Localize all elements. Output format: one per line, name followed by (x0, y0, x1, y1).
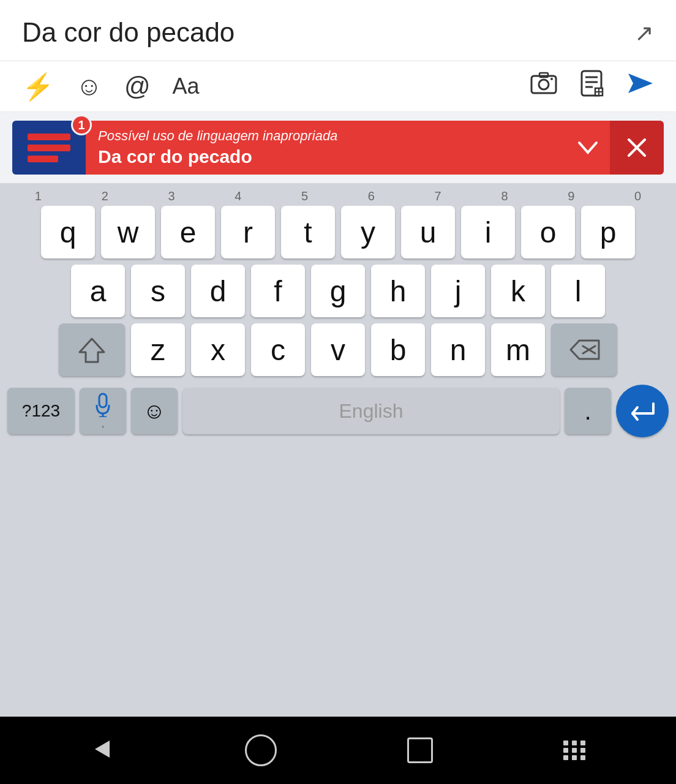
banner-subtitle: Possível uso de linguagem inapropriada (98, 128, 554, 144)
key-row-3: z x c v b n m (0, 323, 676, 376)
banner-line-1 (28, 134, 70, 140)
nav-bar (0, 717, 676, 784)
key-q[interactable]: q (41, 206, 95, 258)
home-button[interactable] (245, 734, 277, 766)
svg-marker-13 (80, 339, 104, 362)
banner-lines-icon (28, 134, 70, 162)
num-4[interactable]: 4 (209, 189, 268, 203)
bottom-row: ?123 , ☺ English . (0, 382, 676, 446)
num-9[interactable]: 9 (542, 189, 601, 203)
key-l[interactable]: l (551, 265, 605, 317)
key-n[interactable]: n (431, 323, 485, 376)
num-0[interactable]: 0 (609, 189, 667, 203)
key-x[interactable]: x (191, 323, 245, 376)
key-b[interactable]: b (371, 323, 425, 376)
key-h[interactable]: h (371, 265, 425, 317)
toolbar-right (530, 70, 654, 103)
key-m[interactable]: m (491, 323, 545, 376)
space-label: English (339, 400, 404, 423)
key-r[interactable]: r (221, 206, 275, 258)
num-7[interactable]: 7 (408, 189, 467, 203)
banner-title: Da cor do pecado (98, 146, 554, 167)
send-button[interactable] (626, 71, 654, 102)
key-k[interactable]: k (491, 265, 545, 317)
key-row-1: q w e r t y u i o p (0, 206, 676, 258)
banner-expand-icon[interactable] (566, 121, 610, 175)
key-o[interactable]: o (521, 206, 575, 258)
camera-icon[interactable] (530, 71, 557, 102)
banner-line-3 (28, 156, 58, 162)
expand-icon[interactable]: ↗ (634, 20, 654, 47)
banner-close-button[interactable] (610, 121, 664, 175)
num-5[interactable]: 5 (276, 189, 334, 203)
key-g[interactable]: g (311, 265, 365, 317)
banner-icon: 1 (12, 121, 86, 175)
key-p[interactable]: p (581, 206, 635, 258)
font-size-button[interactable]: Aa (173, 74, 200, 99)
recents-button[interactable] (407, 737, 433, 763)
svg-marker-19 (95, 741, 110, 758)
back-button[interactable] (90, 737, 115, 764)
key-y[interactable]: y (341, 206, 395, 258)
key-s[interactable]: s (131, 265, 185, 317)
toolbar-left: ⚡ ☺ @ Aa (22, 72, 530, 102)
backspace-key[interactable] (551, 323, 617, 376)
key-c[interactable]: c (251, 323, 305, 376)
bolt-icon[interactable]: ⚡ (22, 72, 54, 102)
input-area: Da cor do pecado ↗ (0, 0, 676, 61)
notification-badge: 1 (71, 115, 92, 135)
key-d[interactable]: d (191, 265, 245, 317)
input-text[interactable]: Da cor do pecado (22, 17, 622, 48)
key-z[interactable]: z (131, 323, 185, 376)
svg-point-3 (550, 78, 553, 80)
microphone-key[interactable]: , (80, 388, 126, 434)
warning-banner: 1 Possível uso de linguagem inapropriada… (0, 112, 676, 183)
shift-key[interactable] (59, 323, 125, 376)
num-6[interactable]: 6 (342, 189, 400, 203)
at-icon[interactable]: @ (124, 72, 151, 101)
toolbar: ⚡ ☺ @ Aa (0, 61, 676, 112)
emoji-icon[interactable]: ☺ (76, 72, 102, 101)
number-row: 1 2 3 4 5 6 7 8 9 0 (0, 188, 676, 205)
key-w[interactable]: w (101, 206, 155, 258)
svg-point-1 (539, 80, 549, 89)
num-1[interactable]: 1 (9, 189, 67, 203)
key-u[interactable]: u (401, 206, 455, 258)
key-a[interactable]: a (71, 265, 125, 317)
num-8[interactable]: 8 (475, 189, 534, 203)
space-key[interactable]: English (182, 388, 560, 434)
numbers-key[interactable]: ?123 (7, 388, 75, 434)
svg-marker-10 (628, 74, 653, 93)
key-t[interactable]: t (281, 206, 335, 258)
num-3[interactable]: 3 (142, 189, 201, 203)
keyboard: 1 2 3 4 5 6 7 8 9 0 q w e r t y u i o p … (0, 183, 676, 717)
emoji-key[interactable]: ☺ (131, 388, 178, 434)
apps-button[interactable] (563, 741, 587, 760)
banner-content[interactable]: Possível uso de linguagem inapropriada D… (86, 121, 566, 175)
enter-key[interactable] (616, 385, 669, 437)
svg-rect-16 (99, 394, 107, 407)
key-f[interactable]: f (251, 265, 305, 317)
key-row-2: a s d f g h j k l (0, 265, 676, 317)
num-2[interactable]: 2 (75, 189, 134, 203)
key-j[interactable]: j (431, 265, 485, 317)
banner-line-2 (28, 145, 70, 151)
attach-icon[interactable] (579, 70, 604, 103)
key-v[interactable]: v (311, 323, 365, 376)
key-i[interactable]: i (461, 206, 515, 258)
period-key[interactable]: . (565, 388, 611, 434)
key-e[interactable]: e (161, 206, 215, 258)
